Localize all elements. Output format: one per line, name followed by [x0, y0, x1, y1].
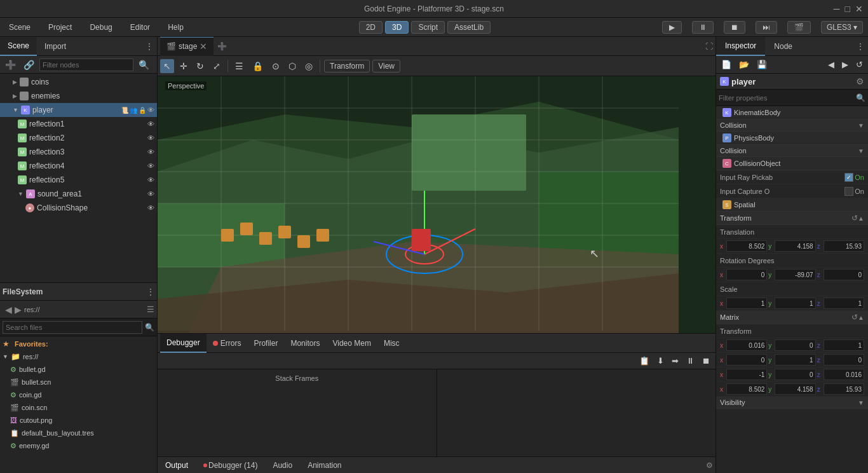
step-into-button[interactable]: ⬇ [654, 355, 667, 367]
fs-search-input[interactable] [3, 321, 142, 334]
matrix-reset-icon[interactable]: ↺ [851, 313, 858, 322]
matrix-2-z-value[interactable]: 0 [824, 354, 864, 366]
menu-editor[interactable]: Editor [126, 22, 154, 33]
transform-menu-button[interactable]: Transform [324, 60, 370, 72]
tab-import[interactable]: Import [37, 37, 74, 56]
collision-section-2[interactable]: Collision ▼ [716, 145, 868, 157]
fs-file-coin-gd[interactable]: ⚙ coin.gd [0, 388, 157, 401]
reflection3-eye-icon[interactable]: 👁 [147, 148, 154, 156]
fs-file-bullet-gd[interactable]: ⚙ bullet.gd [0, 363, 157, 376]
physics-body-subsection[interactable]: P PhysicsBody [716, 132, 868, 145]
step-over-button[interactable]: ➡ [669, 355, 681, 367]
reflection1-eye-icon[interactable]: 👁 [147, 120, 154, 128]
player-script-icon[interactable]: 📜 [121, 107, 128, 114]
output-tab-debugger[interactable]: Debugger (14) [198, 457, 262, 474]
fs-back-button[interactable]: ◀ [5, 305, 12, 315]
matrix-3-x-value[interactable]: -1 [726, 369, 767, 380]
matrix-1-y-value[interactable]: 0 [775, 339, 815, 351]
player-lock-icon[interactable]: 🔒 [139, 107, 146, 114]
collision-shape-eye-icon[interactable]: 👁 [147, 204, 154, 212]
output-tab-output[interactable]: Output [160, 457, 193, 474]
tree-item-reflection2[interactable]: M reflection2 👁 [0, 131, 157, 145]
tree-item-reflection5[interactable]: M reflection5 👁 [0, 173, 157, 187]
rotate-tool-button[interactable]: ↻ [193, 59, 207, 73]
translation-z-value[interactable]: 15.93 [824, 240, 864, 252]
matrix-3-y-value[interactable]: 0 [775, 369, 815, 380]
mode-2d-button[interactable]: 2D [359, 21, 383, 34]
player-eye-icon[interactable]: 👁 [147, 106, 154, 114]
output-tab-audio[interactable]: Audio [268, 457, 297, 474]
translation-x-value[interactable]: 8.502 [726, 240, 767, 252]
fs-file-default-bus[interactable]: 📋 default_bus_layout.tres [0, 427, 157, 439]
rotation-z-value[interactable]: 0 [824, 269, 864, 280]
input-capture-checkbox[interactable] [844, 187, 853, 196]
snap-button[interactable]: ☰ [232, 59, 247, 73]
dbg-tab-errors[interactable]: Errors [207, 334, 248, 353]
menu-help[interactable]: Help [164, 22, 187, 33]
tree-item-reflection1[interactable]: M reflection1 👁 [0, 117, 157, 131]
reflection2-eye-icon[interactable]: 👁 [147, 134, 154, 142]
window-controls[interactable]: ─ □ ✕ [834, 4, 863, 14]
rotation-x-value[interactable]: 0 [726, 269, 767, 280]
gles-selector[interactable]: GLES3 ▾ [821, 21, 863, 34]
step-button[interactable]: ⏭ [756, 21, 777, 34]
tab-inspector[interactable]: Inspector [716, 37, 765, 56]
scene-panel-menu[interactable]: ⋮ [142, 42, 157, 51]
local-button[interactable]: ⬡ [285, 59, 299, 73]
fs-menu-icon[interactable]: ⋮ [147, 287, 154, 296]
dbg-stop-button[interactable]: ⏹ [700, 355, 713, 367]
add-tab-button[interactable]: ➕ [214, 42, 231, 51]
inspector-open-icon[interactable]: 📂 [736, 58, 752, 71]
sound-area1-eye-icon[interactable]: 👁 [147, 190, 154, 198]
tab-node[interactable]: Node [765, 37, 801, 56]
menu-debug[interactable]: Debug [86, 22, 116, 33]
copy-button[interactable]: 📋 [637, 355, 652, 367]
dbg-tab-debugger[interactable]: Debugger [160, 334, 207, 353]
menu-project[interactable]: Project [44, 22, 76, 33]
transform-reset-icon[interactable]: ↺ [851, 214, 858, 223]
pivot-button[interactable]: ⊙ [269, 59, 283, 73]
pause-button[interactable]: ⏸ [692, 21, 714, 34]
stage-tab-close-icon[interactable]: ✕ [200, 41, 207, 51]
transform-section-header[interactable]: Transform ↺ ▲ [716, 212, 868, 225]
fs-file-bullet-scn[interactable]: 🎬 bullet.scn [0, 376, 157, 388]
tree-item-coins[interactable]: ▶ coins [0, 75, 157, 89]
collision-section-1[interactable]: Collision ▼ [716, 120, 868, 132]
input-ray-pickable-checkbox[interactable]: ✓ [844, 173, 853, 182]
movie-button[interactable]: 🎬 [787, 21, 811, 34]
matrix-2-x-value[interactable]: 0 [726, 354, 767, 366]
tree-item-collision-shape[interactable]: ● CollisionShape 👁 [0, 201, 157, 215]
player-group-icon[interactable]: 👥 [130, 107, 137, 114]
visibility-section[interactable]: Visibility ▼ [716, 397, 868, 409]
rotation-y-value[interactable]: -89.07 [775, 269, 815, 280]
inspector-forward-icon[interactable]: ▶ [839, 58, 851, 71]
matrix-section-header[interactable]: Matrix ↺ ▲ [716, 311, 868, 324]
output-tab-animation[interactable]: Animation [302, 457, 346, 474]
matrix-4-y-value[interactable]: 4.158 [775, 383, 815, 395]
matrix-4-x-value[interactable]: 8.502 [726, 383, 767, 395]
tree-item-reflection4[interactable]: M reflection4 👁 [0, 159, 157, 173]
inspector-back-icon[interactable]: ◀ [825, 58, 837, 71]
viewport-tab-stage[interactable]: 🎬 stage ✕ [160, 37, 214, 56]
stop-button[interactable]: ⏹ [724, 21, 745, 34]
tree-item-reflection3[interactable]: M reflection3 👁 [0, 145, 157, 159]
mode-3d-button[interactable]: 3D [385, 21, 409, 34]
matrix-1-z-value[interactable]: 1 [824, 339, 864, 351]
menu-scene[interactable]: Scene [5, 22, 34, 33]
collision-object-subsection[interactable]: C CollisionObject [716, 157, 868, 170]
dbg-tab-monitors[interactable]: Monitors [284, 334, 326, 353]
maximize-viewport-button[interactable]: ⛶ [705, 42, 713, 51]
inspector-node-settings-icon[interactable]: ⚙ [856, 76, 864, 86]
assetlib-button[interactable]: AssetLib [447, 21, 491, 34]
scale-tool-button[interactable]: ⤢ [210, 59, 224, 73]
select-tool-button[interactable]: ↖ [160, 59, 174, 73]
inspector-new-icon[interactable]: 📄 [719, 58, 734, 71]
matrix-2-y-value[interactable]: 1 [775, 354, 815, 366]
matrix-4-z-value[interactable]: 15.93 [824, 383, 864, 395]
scale-z-value[interactable]: 1 [824, 298, 864, 309]
spatial-subsection[interactable]: S Spatial [716, 198, 868, 212]
link-button[interactable]: 🔗 [21, 58, 37, 71]
dbg-tab-videomem[interactable]: Video Mem [326, 334, 377, 353]
soft-button[interactable]: ◎ [302, 59, 316, 73]
dbg-pause-button[interactable]: ⏸ [684, 355, 697, 367]
